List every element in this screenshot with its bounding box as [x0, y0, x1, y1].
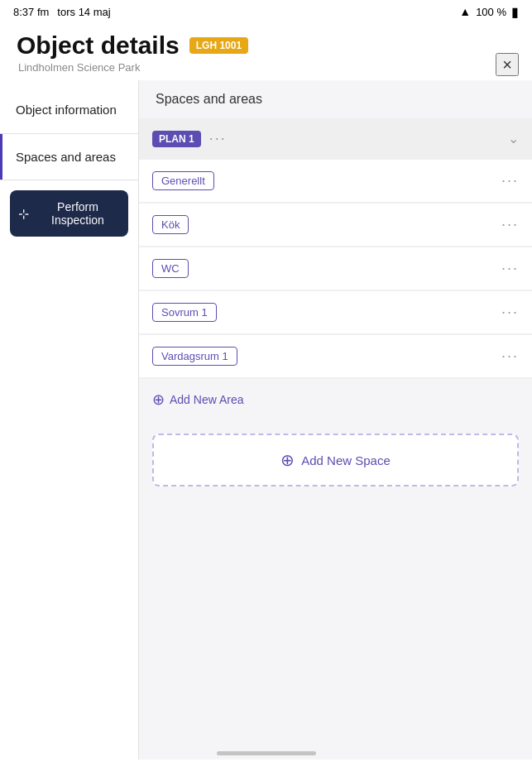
page-header: × Object details LGH 1001 Lindholmen Sci… [0, 23, 532, 80]
content-section-title: Spaces and areas [139, 80, 532, 118]
area-item-kok[interactable]: Kök ··· [139, 204, 532, 247]
area-item-sovrum1[interactable]: Sovrum 1 ··· [139, 291, 532, 334]
plan-header: PLAN 1 ··· ⌄ [139, 118, 532, 159]
wifi-icon: ▲ [459, 5, 471, 18]
status-date: tors 14 maj [57, 6, 110, 18]
plan-chevron-icon[interactable]: ⌄ [508, 131, 519, 146]
sidebar-item-spaces-and-areas[interactable]: Spaces and areas [0, 134, 138, 180]
perform-inspection-button[interactable]: ⊹ Perform Inspection [10, 190, 128, 237]
add-space-icon: ⊕ [280, 450, 295, 470]
area-badge-generellt: Generellt [152, 171, 214, 190]
battery-indicator: 100 % [476, 6, 506, 18]
lgh-badge: LGH 1001 [189, 37, 248, 54]
area-badge-kok: Kök [152, 215, 189, 234]
status-time: 8:37 fm [13, 6, 49, 18]
home-indicator [217, 751, 316, 755]
plan-header-left: PLAN 1 ··· [152, 130, 227, 147]
add-new-space-button[interactable]: ⊕ Add New Space [152, 434, 519, 486]
sidebar-divider-2 [0, 180, 138, 180]
area-more-sovrum1[interactable]: ··· [501, 304, 519, 321]
add-new-area-icon: ⊕ [152, 391, 165, 409]
area-item-vardagsrum1[interactable]: Vardagsrum 1 ··· [139, 335, 532, 378]
area-badge-vardagsrum1: Vardagsrum 1 [152, 347, 237, 366]
plan-more-options[interactable]: ··· [209, 130, 227, 147]
close-button[interactable]: × [496, 53, 519, 76]
perform-inspection-label: Perform Inspection [36, 200, 120, 227]
sidebar: Object information Spaces and areas ⊹ Pe… [0, 80, 139, 760]
area-more-wc[interactable]: ··· [501, 260, 519, 277]
add-new-space-label: Add New Space [301, 453, 391, 467]
inspection-icon: ⊹ [18, 206, 29, 222]
page-title: Object details [17, 31, 180, 60]
header-title-row: Object details LGH 1001 [17, 31, 515, 60]
add-new-area-button[interactable]: ⊕ Add New Area [139, 379, 532, 420]
area-item-generellt[interactable]: Generellt ··· [139, 160, 532, 203]
battery-icon: ▮ [511, 4, 519, 20]
status-right: ▲ 100 % ▮ [459, 4, 519, 20]
area-badge-wc: WC [152, 259, 189, 278]
plan-badge: PLAN 1 [152, 131, 201, 147]
area-more-kok[interactable]: ··· [501, 216, 519, 233]
area-more-generellt[interactable]: ··· [501, 172, 519, 189]
add-new-area-label: Add New Area [170, 393, 244, 406]
add-new-space-container: ⊕ Add New Space [152, 434, 519, 486]
status-bar: 8:37 fm tors 14 maj ▲ 100 % ▮ [0, 0, 532, 23]
plan-section: PLAN 1 ··· ⌄ Generellt ··· Kök ··· WC ··… [139, 118, 532, 420]
area-badge-sovrum1: Sovrum 1 [152, 303, 217, 322]
sidebar-item-object-information[interactable]: Object information [0, 87, 138, 133]
area-more-vardagsrum1[interactable]: ··· [501, 347, 519, 365]
main-layout: Object information Spaces and areas ⊹ Pe… [0, 80, 532, 760]
content-panel: Spaces and areas PLAN 1 ··· ⌄ Generellt … [139, 80, 532, 760]
header-subtitle: Lindholmen Science Park [17, 61, 515, 74]
area-item-wc[interactable]: WC ··· [139, 247, 532, 290]
